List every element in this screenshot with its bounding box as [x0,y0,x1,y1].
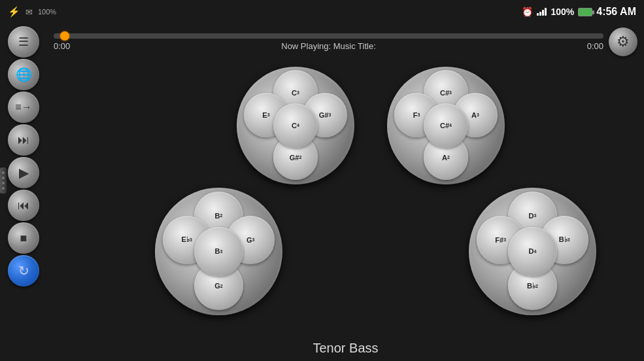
note-B3[interactable]: B3 [194,227,243,275]
progress-track[interactable] [54,33,603,39]
instruments-area: C3 E3 C4 G#3 G#2 C#3 F3 C#4 A3 A2 [47,60,644,361]
skip-back-button[interactable]: ⏮ [8,190,39,221]
playlist-icon: ≡→ [15,101,31,113]
grip-handle [0,167,7,194]
battery-label: 100% [38,8,56,16]
skip-back-icon: ⏮ [18,199,29,213]
instrument-label: Tenor Bass [47,337,644,361]
pad-bl-inner: B2 E♭3 B3 G3 G2 [155,188,282,315]
pad-bottom-right[interactable]: D3 F#3 D4 B♭3 B♭2 [469,188,596,315]
battery-percent: 100% [551,7,574,17]
pad-tr-inner: C#3 F3 C#4 A3 A2 [387,67,505,184]
pad-top-left[interactable]: C3 E3 C4 G#3 G#2 [237,67,354,184]
progress-area: 0:00 Now Playing: Music Title: 0:00 [54,33,603,51]
time-left: 0:00 [54,41,70,51]
refresh-button[interactable]: ↻ [8,255,39,286]
progress-thumb[interactable] [60,31,69,41]
settings-button[interactable]: ⚙ [609,27,637,56]
globe-button[interactable]: 🌐 [8,59,39,90]
note-Cs4[interactable]: C#4 [424,103,468,148]
play-button[interactable]: ▶ [8,157,39,188]
settings-icon: ⚙ [617,33,630,50]
playlist-button[interactable]: ≡→ [8,92,39,123]
usb-icon: ⚡ [8,6,20,18]
signal-bars [537,8,547,16]
note-D4[interactable]: D4 [508,227,556,275]
pads-container: C3 E3 C4 G#3 G#2 C#3 F3 C#4 A3 A2 [47,60,644,337]
status-right-icons: ⏰ 100% 4:56 AM [522,6,636,18]
time-right: 0:00 [587,41,603,51]
message-icon: ✉ [25,7,33,17]
pad-top-right[interactable]: C#3 F3 C#4 A3 A2 [387,67,505,184]
stop-button[interactable]: ■ [8,222,39,254]
menu-button[interactable]: ☰ [8,26,39,58]
refresh-icon: ↻ [18,263,29,279]
sidebar: ☰ 🌐 ≡→ ⏭ ▶ ⏮ ■ ↻ [0,24,47,361]
now-playing: Now Playing: Music Title: [281,41,376,51]
stop-icon: ■ [20,232,27,245]
clock: 4:56 AM [596,6,636,18]
pad-tl-inner: C3 E3 C4 G#3 G#2 [237,67,354,184]
player-info: 0:00 Now Playing: Music Title: 0:00 [54,41,603,51]
skip-forward-icon: ⏭ [18,133,29,147]
player-bar: 0:00 Now Playing: Music Title: 0:00 ⚙ [47,24,644,60]
note-C4[interactable]: C4 [273,103,318,148]
alarm-icon: ⏰ [522,7,533,17]
battery-icon [578,8,592,16]
skip-forward-button[interactable]: ⏭ [8,124,39,156]
pad-br-inner: D3 F#3 D4 B♭3 B♭2 [469,188,596,315]
play-icon: ▶ [19,165,29,180]
status-bar: ⚡ ✉ 100% ⏰ 100% 4:56 AM [0,0,644,24]
status-left-icons: ⚡ ✉ 100% [8,6,56,18]
globe-icon: 🌐 [16,67,32,82]
menu-icon: ☰ [18,35,29,49]
pad-bottom-left[interactable]: B2 E♭3 B3 G3 G2 [155,188,282,315]
content-area: 0:00 Now Playing: Music Title: 0:00 ⚙ C3… [47,24,644,361]
